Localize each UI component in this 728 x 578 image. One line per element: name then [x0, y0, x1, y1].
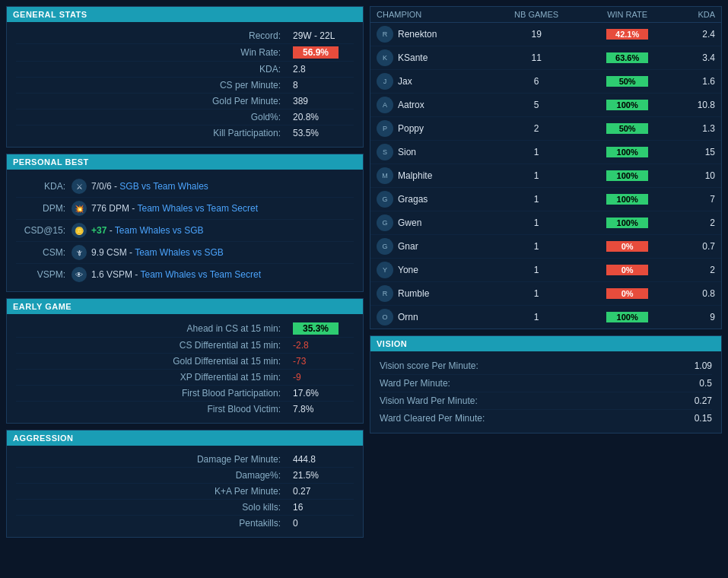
champion-name: KSante — [398, 52, 428, 63]
kda-cell: 10.8 — [672, 94, 721, 117]
stat-value: -2.8 — [293, 340, 354, 351]
pb-text: 1.6 VSPM - Team Whales vs Team Secret — [91, 269, 261, 280]
stat-value: 17.6% — [293, 388, 354, 399]
champion-name-cell: PPoppy — [370, 117, 490, 141]
win-rate-badge: 100% — [606, 218, 648, 228]
col-win-rate: WIN RATE — [583, 7, 672, 23]
general-stat-row: Gold Per Minute:389 — [16, 94, 354, 110]
nb-games-cell: 1 — [490, 211, 583, 235]
personal-best-row: CSD@15:🪙+37 - Team Whales vs SGB — [16, 220, 354, 242]
early-game-header: EARLY GAME — [7, 299, 363, 314]
champion-name: Poppy — [398, 123, 424, 134]
champion-table-row: RRenekton1942.1%2.4 — [370, 23, 721, 46]
stat-label: Damage%: — [16, 470, 281, 481]
stat-value: 16 — [293, 502, 354, 513]
champion-table-row: KKSante1163.6%3.4 — [370, 46, 721, 70]
win-rate-cell: 100% — [583, 211, 672, 235]
stat-label: Record: — [16, 30, 281, 41]
nb-games-cell: 1 — [490, 259, 583, 282]
personal-best-row: KDA:⚔7/0/6 - SGB vs Team Whales — [16, 176, 354, 198]
pb-label: DPM: — [16, 203, 65, 214]
champion-table-row: GGragas1100%7 — [370, 188, 721, 211]
stat-label: K+A Per Minute: — [16, 486, 281, 497]
early-game-stat-row: XP Differential at 15 min:-9 — [16, 370, 354, 386]
champion-table-row: AAatrox5100%10.8 — [370, 94, 721, 117]
nb-games-cell: 1 — [490, 282, 583, 306]
win-rate-cell: 100% — [583, 188, 672, 211]
champion-name-cell: GGnar — [370, 235, 490, 259]
champion-table-wrapper: CHAMPION NB GAMES WIN RATE KDA RRenekton… — [370, 7, 721, 329]
stat-label: Kill Participation: — [16, 128, 281, 138]
champion-name: Gnar — [398, 241, 418, 252]
win-rate-badge: 0% — [606, 241, 648, 252]
champion-avatar: M — [377, 167, 393, 184]
vision-label: Ward Per Minute: — [380, 378, 450, 389]
champion-avatar: R — [377, 26, 393, 43]
general-stat-row: Gold%:20.8% — [16, 110, 354, 125]
win-rate-badge: 42.1% — [606, 29, 648, 40]
main-layout: GENERAL STATS Record:29W - 22LWin Rate:5… — [6, 6, 722, 538]
win-rate-badge: 100% — [606, 312, 648, 322]
champion-table-row: JJax650%1.6 — [370, 70, 721, 94]
champion-table-row: OOrnn1100%9 — [370, 306, 721, 329]
aggression-header: AGGRESSION — [7, 430, 363, 446]
right-column: CHAMPION NB GAMES WIN RATE KDA RRenekton… — [370, 6, 722, 538]
early-game-stat-row: First Blood Victim:7.8% — [16, 402, 354, 417]
nb-games-cell: 19 — [490, 23, 583, 46]
pb-link[interactable]: Team Whales vs Team Secret — [137, 203, 258, 214]
kda-cell: 15 — [672, 141, 721, 164]
vision-label: Ward Cleared Per Minute: — [380, 413, 485, 424]
champion-name: Malphite — [398, 170, 432, 181]
champion-name-cell: RRenekton — [370, 23, 490, 46]
champion-table: CHAMPION NB GAMES WIN RATE KDA RRenekton… — [370, 7, 721, 329]
win-rate-badge: 63.6% — [606, 52, 648, 63]
nb-games-cell: 1 — [490, 164, 583, 188]
stat-value: 7.8% — [293, 404, 354, 414]
win-rate-cell: 42.1% — [583, 23, 672, 46]
aggression-stat-row: K+A Per Minute:0.27 — [16, 484, 354, 500]
pb-icon: 💥 — [72, 201, 87, 216]
kda-cell: 3.4 — [672, 46, 721, 70]
champion-avatar: P — [377, 120, 393, 137]
early-game-stat-row: First Blood Participation:17.6% — [16, 386, 354, 402]
stat-label: Solo kills: — [16, 502, 281, 513]
nb-games-cell: 1 — [490, 141, 583, 164]
pb-label: CSM: — [16, 247, 65, 258]
champion-name-cell: RRumble — [370, 282, 490, 306]
pb-link[interactable]: Team Whales vs SGB — [115, 225, 204, 236]
win-rate-cell: 100% — [583, 94, 672, 117]
stat-value: 389 — [293, 96, 354, 106]
win-rate-cell: 50% — [583, 117, 672, 141]
col-champion: CHAMPION — [370, 7, 490, 23]
kda-cell: 0.8 — [672, 282, 721, 306]
early-game-stat-row: Ahead in CS at 15 min:35.3% — [16, 320, 354, 338]
stat-value: 20.8% — [293, 112, 354, 122]
personal-best-row: VSPM:👁1.6 VSPM - Team Whales vs Team Sec… — [16, 264, 354, 285]
champion-table-row: SSion1100%15 — [370, 141, 721, 164]
aggression-stat-row: Solo kills:16 — [16, 500, 354, 516]
vision-stat-row: Ward Cleared Per Minute:0.15 — [380, 410, 712, 427]
vision-stat-row: Ward Per Minute:0.5 — [380, 375, 712, 392]
stat-value: 21.5% — [293, 470, 354, 481]
stat-value: 444.8 — [293, 454, 354, 465]
stat-label: Ahead in CS at 15 min: — [16, 323, 281, 334]
stat-label: Damage Per Minute: — [16, 454, 281, 465]
win-rate-cell: 100% — [583, 164, 672, 188]
early-game-stat-row: CS Differential at 15 min:-2.8 — [16, 338, 354, 354]
aggression-stat-row: Pentakills:0 — [16, 516, 354, 531]
personal-best-header: PERSONAL BEST — [7, 154, 363, 170]
stat-value: 53.5% — [293, 128, 354, 138]
pb-link[interactable]: Team Whales vs SGB — [135, 247, 224, 258]
pb-label: KDA: — [16, 181, 65, 192]
pb-icon: 🪙 — [72, 223, 87, 238]
general-stat-row: Kill Participation:53.5% — [16, 125, 354, 141]
stat-value: 35.3% — [293, 322, 354, 335]
pb-link[interactable]: Team Whales vs Team Secret — [140, 269, 261, 280]
vision-body: Vision score Per Minute:1.09Ward Per Min… — [370, 351, 721, 433]
stat-label: CS per Minute: — [16, 80, 281, 91]
pb-link[interactable]: SGB vs Team Whales — [119, 181, 208, 192]
kda-cell: 7 — [672, 188, 721, 211]
win-rate-badge: 100% — [606, 170, 648, 181]
champion-table-row: YYone10%2 — [370, 259, 721, 282]
win-rate-badge: 0% — [606, 288, 648, 299]
